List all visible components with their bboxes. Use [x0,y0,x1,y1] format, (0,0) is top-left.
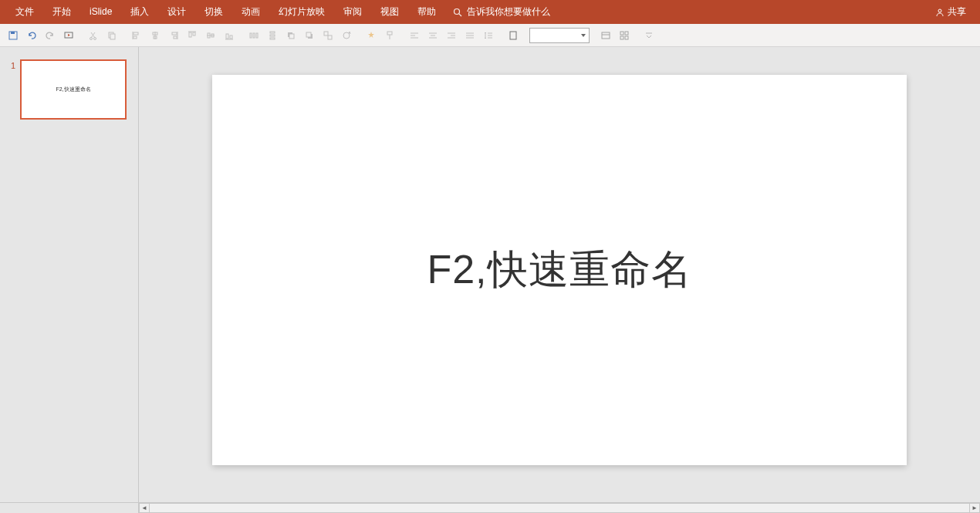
svg-line-1 [459,13,461,15]
svg-rect-17 [172,32,177,35]
svg-rect-31 [270,32,275,33]
svg-rect-60 [620,32,623,35]
svg-rect-32 [270,35,275,36]
svg-point-0 [455,8,460,14]
font-dropdown[interactable] [529,28,590,43]
customize-qat-button[interactable] [640,27,657,44]
save-button[interactable] [5,27,22,44]
share-label: 共享 [948,5,966,19]
main-area: 1 F2,快速重命名 F2,快速重命名 [0,47,980,502]
slide-thumbnail-panel[interactable]: 1 F2,快速重命名 [0,47,139,502]
tab-file[interactable]: 文件 [6,0,43,24]
tab-animations[interactable]: 动画 [232,0,269,24]
svg-rect-4 [11,32,15,34]
rotate-button[interactable] [338,27,355,44]
arrange-button[interactable] [616,27,633,44]
svg-rect-39 [328,35,332,39]
thumbnail-item[interactable]: 1 F2,快速重命名 [6,59,132,120]
undo-button[interactable] [23,27,40,44]
canvas-viewport[interactable]: F2,快速重命名 [139,47,980,502]
hscroll-left-button[interactable]: ◄ [139,503,150,513]
slide-canvas-area: F2,快速重命名 [139,47,980,502]
tell-me-placeholder: 告诉我你想要做什么 [467,5,550,19]
quick-access-toolbar [0,24,980,47]
tab-transitions[interactable]: 切换 [195,0,232,24]
send-backward-button[interactable] [301,27,318,44]
thumbnail-number: 1 [6,59,15,70]
align-right-button[interactable] [165,27,182,44]
align-bottom-button[interactable] [221,27,238,44]
svg-rect-18 [174,36,177,39]
tab-view[interactable]: 视图 [371,0,408,24]
line-spacing-button[interactable] [480,27,497,44]
slideshow-from-start-button[interactable] [60,27,77,44]
animation-painter-button[interactable] [363,27,380,44]
svg-rect-63 [625,36,628,39]
align-left-button[interactable] [128,27,145,44]
svg-point-2 [938,9,941,12]
tab-help[interactable]: 帮助 [408,0,445,24]
svg-rect-29 [253,33,255,38]
svg-rect-30 [256,33,258,38]
svg-point-40 [343,32,350,39]
tab-review[interactable]: 审阅 [334,0,371,24]
slide[interactable]: F2,快速重命名 [212,75,907,465]
align-middle-button[interactable] [202,27,219,44]
text-align-justify-button[interactable] [461,27,478,44]
svg-rect-21 [193,32,195,35]
svg-point-6 [90,37,93,39]
hscroll-right-button[interactable]: ► [969,503,980,513]
svg-rect-11 [133,32,138,35]
ribbon-tabs: 文件 开始 iSlide 插入 设计 切换 动画 幻灯片放映 审阅 视图 帮助 … [0,0,980,24]
tab-home[interactable]: 开始 [43,0,80,24]
svg-rect-61 [625,32,628,35]
share-button[interactable]: 共享 [928,0,974,24]
tell-me-search[interactable]: 告诉我你想要做什么 [453,5,550,19]
svg-rect-20 [189,32,191,37]
redo-button[interactable] [42,27,59,44]
svg-rect-27 [230,35,232,39]
svg-rect-28 [250,33,252,38]
bring-forward-button[interactable] [282,27,299,44]
distribute-v-button[interactable] [264,27,281,44]
svg-rect-37 [306,32,311,37]
svg-rect-35 [289,34,294,39]
text-align-left-button[interactable] [406,27,423,44]
svg-rect-62 [620,36,623,39]
format-painter-button[interactable] [381,27,398,44]
slide-title-text[interactable]: F2,快速重命名 [427,243,691,297]
horizontal-scrollbar: ◄ ► [0,502,980,513]
cut-button[interactable] [85,27,102,44]
selection-pane-button[interactable] [597,27,614,44]
hscroll-thumb[interactable] [150,503,969,513]
align-center-h-button[interactable] [147,27,164,44]
thumbnail-preview[interactable]: F2,快速重命名 [20,59,127,120]
distribute-h-button[interactable] [245,27,262,44]
text-align-center-button[interactable] [424,27,441,44]
new-slide-button[interactable] [505,27,522,44]
hscroll-track[interactable]: ◄ ► [139,503,980,513]
align-top-button[interactable] [184,27,201,44]
svg-rect-12 [133,36,137,39]
text-align-right-button[interactable] [443,27,460,44]
copy-button[interactable] [103,27,120,44]
tab-insert[interactable]: 插入 [121,0,158,24]
svg-rect-57 [510,32,516,39]
group-button[interactable] [319,27,336,44]
svg-rect-41 [387,32,392,35]
svg-rect-9 [110,34,115,39]
svg-rect-58 [602,32,610,39]
tab-slideshow[interactable]: 幻灯片放映 [269,0,334,24]
svg-rect-33 [270,38,275,39]
search-icon [453,8,462,17]
svg-point-7 [94,37,96,39]
svg-rect-26 [226,34,228,39]
tab-design[interactable]: 设计 [158,0,195,24]
tab-islide[interactable]: iSlide [80,0,121,24]
thumbnail-text: F2,快速重命名 [56,86,90,93]
share-icon [935,8,945,17]
svg-rect-38 [324,32,328,35]
